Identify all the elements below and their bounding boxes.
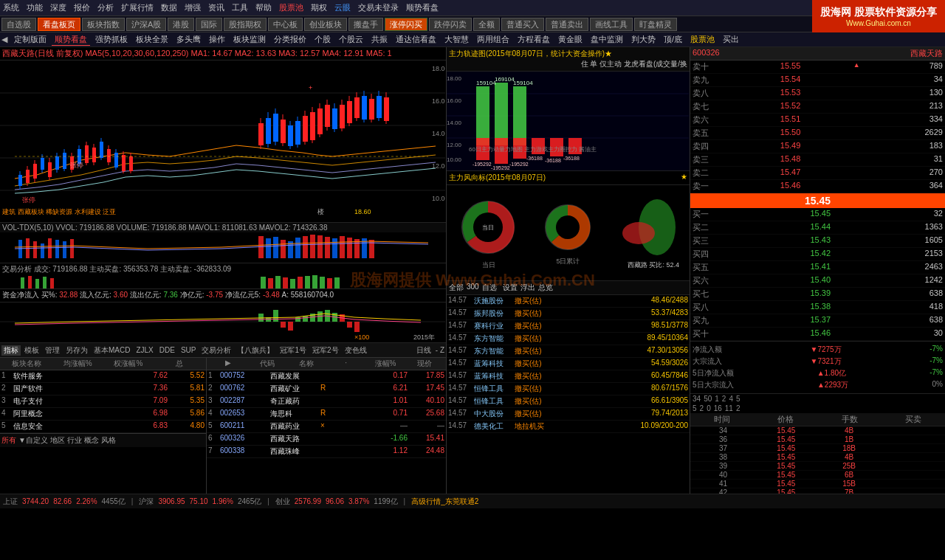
- btn-custom[interactable]: 定制版面: [11, 34, 49, 45]
- btn-buy-limit[interactable]: 涨停闪买: [385, 18, 427, 31]
- btn-op[interactable]: 操作: [206, 34, 228, 45]
- sector-row-4[interactable]: 4 阿里概念 6.98 5.86: [0, 408, 206, 421]
- btn-watch[interactable]: 盯盘精灵: [634, 18, 677, 31]
- btn-judge[interactable]: 判大势: [628, 34, 659, 45]
- mid-quote-row-10[interactable]: 14.57 德美化工 地拉机买 10.09/200-200: [447, 421, 690, 433]
- btn-finger[interactable]: 股指期权: [224, 18, 267, 31]
- stock-list-row-6[interactable]: 7 600338 西藏珠峰 1.12 24.48: [207, 446, 446, 458]
- btn-watchlist[interactable]: 自选股: [1, 18, 36, 31]
- btn-center[interactable]: 中心板: [268, 18, 303, 31]
- menu-enhance[interactable]: 增强: [185, 2, 201, 13]
- menu-data[interactable]: 数据: [161, 2, 177, 13]
- sector-row-3[interactable]: 3 电子支付 7.09 5.35: [0, 395, 206, 408]
- sell-row-2[interactable]: 卖八 15.53 130: [690, 87, 945, 100]
- sell-row-1[interactable]: 卖九 15.54 34: [690, 74, 945, 87]
- btn-top-bottom[interactable]: 顶/底: [661, 34, 685, 45]
- filter-overview[interactable]: 总览: [538, 283, 553, 293]
- tab-8flag[interactable]: 【八旗兵】: [235, 345, 276, 356]
- sell-row-0[interactable]: 卖十 15.55 ▲ 789: [690, 61, 945, 74]
- stock-list-row-2[interactable]: 3 002287 奇正藏药 1.01 40.10: [207, 395, 446, 408]
- btn-gem[interactable]: 创业板块: [304, 18, 347, 31]
- menu-trend[interactable]: 顺势看盘: [406, 2, 439, 13]
- tab-indicator[interactable]: 指标: [1, 345, 21, 356]
- btn-sector-index[interactable]: 板块指数: [82, 18, 125, 31]
- tab-zjlx[interactable]: ZJLX: [134, 346, 155, 354]
- filter-300[interactable]: 300: [467, 283, 479, 293]
- menu-function[interactable]: 功能: [27, 2, 43, 13]
- btn-eq-watch[interactable]: 方程看盘: [515, 34, 553, 45]
- buy-row-8[interactable]: 买九 15.37 638: [690, 314, 945, 328]
- stock-list-row-3[interactable]: 4 002653 海思科 R 0.71 25.68: [207, 408, 446, 421]
- sell-row-8[interactable]: 卖二 15.47 270: [690, 167, 945, 180]
- tab-macd[interactable]: 基本MACD: [92, 345, 132, 356]
- menu-news[interactable]: 资讯: [208, 2, 224, 13]
- btn-sector-view[interactable]: 板块全景: [133, 34, 171, 45]
- menu-options[interactable]: 期权: [311, 2, 327, 13]
- tab-manage[interactable]: 管理: [43, 345, 62, 356]
- sell-row-9[interactable]: 卖一 15.46 364: [690, 180, 945, 193]
- btn-trader[interactable]: 搬盘手: [348, 18, 383, 31]
- menu-analysis[interactable]: 分析: [97, 2, 114, 13]
- filter-watchlist[interactable]: 自选: [482, 283, 497, 293]
- mid-quote-row-0[interactable]: 14.57 沃施股份 撤买(估) 48.46/2488: [447, 295, 690, 308]
- btn-dzh[interactable]: 大智慧: [441, 34, 472, 45]
- tab-champ1[interactable]: 冠军1号: [278, 345, 309, 356]
- btn-draw[interactable]: 画线工具: [590, 18, 633, 31]
- menu-trade[interactable]: 交易未登录: [358, 2, 399, 13]
- filter-settings[interactable]: 设置: [503, 283, 518, 293]
- btn-combo[interactable]: 两用组合: [474, 34, 512, 45]
- buy-row-4[interactable]: 买五 15.41 2463: [690, 261, 945, 274]
- mid-quote-row-7[interactable]: 14.57 恒锋工具 撤买(估) 80.67/1576: [447, 383, 690, 395]
- btn-resonance[interactable]: 共振: [368, 34, 391, 45]
- mid-quote-row-3[interactable]: 14.57 东方智能 撤买(估) 89.45/10364: [447, 333, 690, 345]
- mid-quote-row-9[interactable]: 14.57 中大股份 撤买(估) 79.74/2013: [447, 408, 690, 421]
- buy-row-7[interactable]: 买八 15.38 418: [690, 301, 945, 314]
- btn-tdx-watch[interactable]: 通达信看盘: [393, 34, 439, 45]
- btn-gold-eye[interactable]: 黄金眼: [555, 34, 585, 45]
- stock-list-row-0[interactable]: 1 000752 西藏发展 0.17 17.85: [207, 370, 446, 383]
- tab-concept[interactable]: 概念: [84, 435, 99, 446]
- btn-sector-mon[interactable]: 板块监测: [230, 34, 269, 45]
- btn-sell-limit[interactable]: 跌停闪卖: [429, 18, 472, 31]
- btn-intl[interactable]: 国际: [196, 18, 222, 31]
- stock-list-row-5[interactable]: 6 600326 西藏天路 -1.66 15.41: [207, 433, 446, 446]
- buy-row-3[interactable]: 买四 15.42 2153: [690, 248, 945, 261]
- tab-save[interactable]: 另存为: [63, 345, 90, 356]
- tab-style[interactable]: 风格: [101, 435, 116, 446]
- btn-buy-normal[interactable]: 普通买入: [501, 18, 544, 31]
- sell-row-3[interactable]: 卖七 15.52 213: [690, 100, 945, 114]
- tab-daily[interactable]: 日线: [416, 345, 431, 356]
- menu-system[interactable]: 系统: [3, 2, 19, 13]
- btn-trend-watch[interactable]: 顺势看盘: [52, 34, 90, 46]
- sector-row-1[interactable]: 1 软件服务 7.62 5.52: [0, 370, 206, 383]
- filter-float[interactable]: 浮出: [520, 283, 535, 293]
- menu-pool[interactable]: 股票池: [279, 2, 303, 13]
- sector-row-5[interactable]: 5 信息安全 6.83 4.80: [0, 421, 206, 433]
- tab-all[interactable]: 所有: [1, 435, 16, 446]
- mid-controls[interactable]: 住 单 仅主动 龙虎看盘(成交量/换: [581, 59, 687, 69]
- btn-sell-normal[interactable]: 普通卖出: [546, 18, 588, 31]
- tab-sup[interactable]: SUP: [179, 346, 199, 354]
- btn-sh-a[interactable]: 沪深A股: [126, 18, 166, 31]
- buy-row-9[interactable]: 买十 15.46 30: [690, 328, 945, 341]
- sell-row-5[interactable]: 卖五 15.50 2629: [690, 127, 945, 140]
- tab-trade-analysis[interactable]: 交易分析: [199, 345, 233, 356]
- btn-strong[interactable]: 强势抓板: [92, 34, 131, 45]
- filter-all[interactable]: 全部: [449, 283, 464, 293]
- sell-row-6[interactable]: 卖四 15.49 183: [690, 140, 945, 153]
- stock-list-row-1[interactable]: 2 000762 西藏矿业 R 6.21 17.45: [207, 383, 446, 395]
- zoom-control[interactable]: - Z: [436, 346, 444, 354]
- menu-ext[interactable]: 扩展行情: [121, 2, 154, 13]
- buy-row-1[interactable]: 买二 15.44 1363: [690, 221, 945, 235]
- menu-tools[interactable]: 工具: [232, 2, 248, 13]
- btn-pool2[interactable]: 股票池: [687, 34, 718, 45]
- menu-help[interactable]: 帮助: [255, 2, 272, 13]
- mid-quote-row-4[interactable]: 14.57 东方智能 撤买(估) 47.30/13056: [447, 345, 690, 358]
- tab-custom[interactable]: ▼自定义: [18, 435, 48, 446]
- buy-row-0[interactable]: 买一 15.45 32: [690, 208, 945, 221]
- buy-row-6[interactable]: 买七 15.39 638: [690, 288, 945, 301]
- tab-template[interactable]: 模板: [22, 345, 41, 356]
- mid-quote-row-2[interactable]: 14.57 赛科行业 撤买(估) 98.51/3778: [447, 320, 690, 333]
- mid-quote-row-8[interactable]: 14.57 恒锋工具 撤买(估) 66.61/3905: [447, 395, 690, 408]
- btn-single-stock[interactable]: 个股: [312, 34, 334, 45]
